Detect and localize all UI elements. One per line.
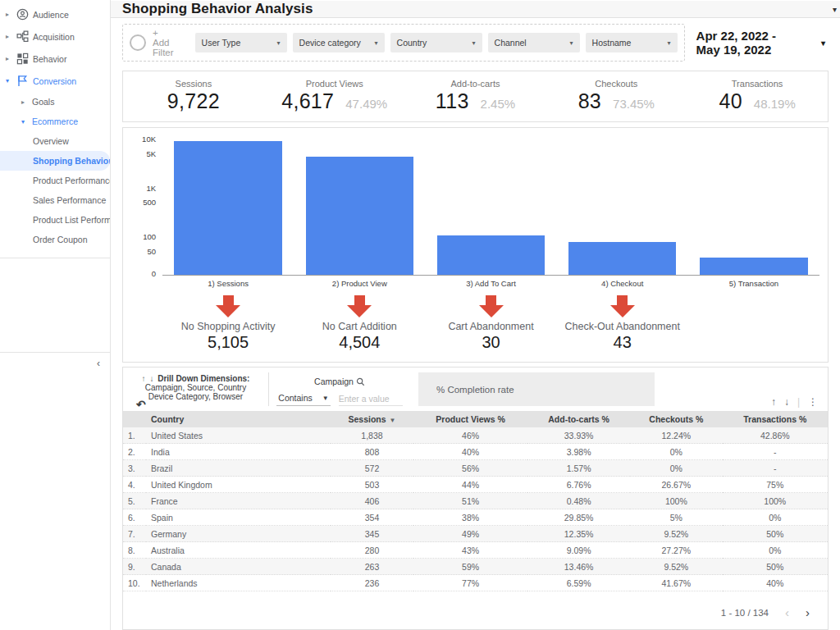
metric-percent: 2.45% [481, 97, 516, 111]
sidebar-item-order-coupon[interactable]: Order Coupon [0, 230, 110, 249]
bar-column-4 [557, 242, 688, 275]
sidebar-item-sales-performance[interactable]: Sales Performance [0, 190, 110, 210]
filter-chips: User Type▾Device category▾Country▾Channe… [195, 33, 678, 52]
sidebar-item-behavior[interactable]: ▸Behavior [0, 48, 110, 70]
chevron-down-icon: ▾ [821, 39, 825, 48]
x-axis-label: 3) Add To Cart [425, 279, 556, 288]
bar [437, 235, 545, 275]
metric-value: 40 [719, 89, 742, 113]
table-row[interactable]: 2.India80840%3.98%0%- [123, 444, 828, 460]
date-range-picker[interactable]: Apr 22, 2022 - May 19, 2022 ▾ [696, 29, 829, 57]
filter-chip-user-type[interactable]: User Type▾ [195, 33, 287, 52]
dropoff-label: No Cart Addition [294, 321, 425, 332]
sort-down-icon[interactable]: ↓ [149, 374, 153, 383]
metric-label: Add-to-carts [405, 79, 546, 89]
sidebar-item-overview[interactable]: Overview [0, 131, 110, 151]
chart-x-labels: 1) Sessions2) Product View3) Add To Cart… [162, 276, 819, 288]
next-page-icon[interactable]: › [806, 605, 810, 619]
column-header-add-to-carts[interactable]: Add-to-carts % [527, 411, 630, 427]
sidebar: ▸Audience▸Acquisition▸Behavior▾Conversio… [0, 0, 111, 630]
chevron-down-icon: ▾ [21, 118, 28, 126]
column-header-transactions[interactable]: Transactions % [723, 411, 828, 427]
table-row[interactable]: 6.Spain35438%29.85%5%0% [123, 509, 828, 526]
behavior-icon [16, 52, 29, 65]
table-cell: 503 [331, 477, 413, 493]
x-axis-label: 1) Sessions [162, 279, 294, 288]
bar-column-1 [162, 141, 294, 275]
sort-asc-icon[interactable]: ↑ [771, 396, 776, 408]
bar-column-5 [688, 258, 819, 275]
sort-up-icon[interactable]: ↑ [142, 374, 146, 383]
operator-select[interactable]: Contains ▼ [276, 391, 330, 406]
previous-page-icon[interactable]: ‹ [785, 605, 789, 619]
table-cell: 26.67% [630, 477, 722, 493]
drilldown-dimensions: ↑ ↓ Drill Down Dimensions: Campaign, Sou… [123, 372, 269, 406]
sidebar-item-ecommerce[interactable]: ▾Ecommerce [0, 112, 110, 131]
filter-chip-device-category[interactable]: Device category▾ [293, 33, 385, 52]
y-axis-tick: 5K [130, 149, 156, 158]
table-cell: 9.52% [630, 559, 722, 575]
title-dropdown-caret-icon[interactable]: ▾ [833, 5, 837, 14]
dropoff-value: 30 [425, 333, 556, 352]
metric-add-to-carts: Add-to-carts1132.45% [405, 79, 546, 113]
column-header-country[interactable]: Country [146, 411, 331, 427]
sidebar-item-conversion[interactable]: ▾Conversion [0, 70, 110, 92]
table-row[interactable]: 7.Germany34549%12.35%9.52%50% [123, 526, 828, 542]
search-icon[interactable] [356, 377, 365, 386]
table-row[interactable]: 8.Australia28043%9.09%27.27%0% [123, 542, 828, 559]
undo-icon[interactable]: ↶ [136, 398, 146, 411]
dimension-filter: Campaign Contains ▼ [269, 372, 410, 406]
table-row[interactable]: 1.United States1,83846%33.93%12.24%42.86… [123, 427, 828, 444]
table-cell: 12.24% [630, 427, 722, 444]
table-row[interactable]: 5.France40651%0.48%100%100% [123, 493, 828, 509]
add-filter-button[interactable]: + Add Filter [153, 28, 174, 57]
sidebar-item-shopping-behavior[interactable]: Shopping Behavior [0, 151, 110, 171]
metric-percent: 73.45% [613, 97, 655, 111]
sidebar-item-label: Product List Performa... [33, 215, 110, 225]
table-cell: 29.85% [527, 509, 630, 526]
filter-value-input[interactable] [339, 391, 403, 406]
filter-field-label: Campaign [314, 377, 354, 386]
completion-rate-toggle[interactable]: % Completion rate [418, 372, 655, 406]
funnel-chart-card: 10K5K1K500100500 1) Sessions2) Product V… [122, 127, 829, 363]
sidebar-item-label: Behavior [33, 54, 66, 64]
metric-percent: 48.19% [754, 97, 796, 111]
sidebar-item-acquisition[interactable]: ▸Acquisition [0, 25, 110, 48]
sidebar-collapse-icon[interactable]: ‹ [97, 358, 100, 369]
y-axis-tick: 50 [130, 247, 156, 256]
sort-desc-icon[interactable]: ↓ [784, 396, 789, 408]
sidebar-item-audience[interactable]: ▸Audience [0, 3, 110, 25]
dropoff-value: 43 [557, 333, 688, 352]
page-title: Shopping Behavior Analysis [122, 1, 313, 17]
table-cell: - [723, 460, 828, 477]
table-row[interactable]: 3.Brazil57256%1.57%0%- [123, 460, 828, 477]
table-cell: 2. [123, 444, 146, 460]
sidebar-item-product-performance[interactable]: Product Performance [0, 171, 110, 190]
table-cell: 280 [331, 542, 413, 559]
kebab-menu-icon[interactable]: ⋮ [808, 396, 818, 408]
table-cell: 46% [413, 427, 527, 444]
table-row[interactable]: 10.Netherlands23677%6.59%41.67%40% [123, 575, 828, 591]
filter-chip-hostname[interactable]: Hostname▾ [586, 33, 678, 52]
table-cell: 0% [630, 444, 722, 460]
metric-label: Product Views [264, 79, 405, 89]
column-header-sessions[interactable]: Sessions▼ [331, 411, 413, 427]
acquisition-icon [16, 30, 29, 43]
table-cell: 808 [331, 444, 413, 460]
filter-chip-country[interactable]: Country▾ [390, 33, 482, 52]
filter-chip-channel[interactable]: Channel▾ [488, 33, 580, 52]
country-table: CountrySessions▼Product Views %Add-to-ca… [123, 411, 828, 591]
bar-column-3 [425, 235, 556, 275]
app-root: ▸Audience▸Acquisition▸Behavior▾Conversio… [0, 0, 840, 630]
table-row[interactable]: 4.United Kingdom50344%6.76%26.67%75% [123, 477, 828, 493]
table-row[interactable]: 9.Canada26359%13.46%9.52%50% [123, 559, 828, 575]
bar [568, 242, 676, 275]
column-header-checkouts[interactable]: Checkouts % [630, 411, 722, 427]
pagination-range: 1 - 10 / 134 [721, 608, 769, 618]
column-header-product-views[interactable]: Product Views % [413, 411, 527, 427]
sidebar-item-product-list-performa[interactable]: Product List Performa... [0, 210, 110, 230]
bar-chart: 10K5K1K500100500 [162, 139, 819, 276]
sidebar-item-goals[interactable]: ▸Goals [0, 92, 110, 112]
x-axis-label: 5) Transaction [688, 279, 819, 288]
filter-circle-icon[interactable] [130, 34, 146, 51]
